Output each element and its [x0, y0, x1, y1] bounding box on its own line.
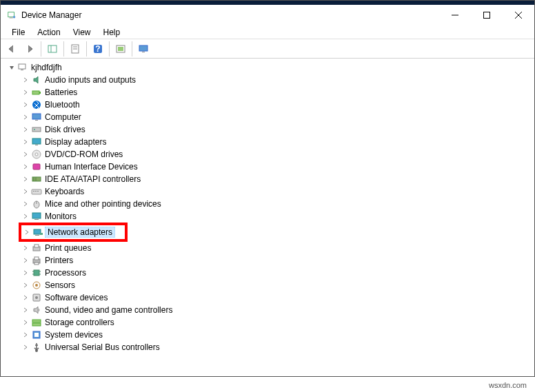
chevron-right-icon[interactable]: [21, 343, 30, 351]
toolbar: ?: [1, 39, 534, 59]
chevron-right-icon[interactable]: [21, 88, 30, 96]
chevron-right-icon[interactable]: [21, 293, 30, 302]
tree-item-printer[interactable]: Printers: [2, 254, 533, 267]
tree-item-label: Display adapters: [43, 137, 108, 147]
chevron-right-icon[interactable]: [21, 256, 30, 265]
svg-point-64: [35, 349, 38, 352]
svg-rect-35: [32, 189, 41, 194]
chevron-right-icon[interactable]: [21, 269, 30, 277]
window-title-text: Device Manager: [21, 10, 81, 20]
audio-icon: [31, 74, 42, 85]
tree-item-dvd[interactable]: DVD/CD-ROM drives: [2, 148, 533, 161]
tree-item-label: Audio inputs and outputs: [43, 75, 137, 85]
minimize-button[interactable]: [439, 5, 471, 25]
chevron-right-icon[interactable]: [21, 150, 30, 158]
tree-item-label: Network adapters: [45, 227, 115, 238]
display-icon: [31, 136, 42, 147]
chevron-right-icon[interactable]: [21, 138, 30, 146]
chevron-right-icon[interactable]: [21, 200, 30, 208]
svg-point-26: [34, 129, 35, 130]
chevron-right-icon[interactable]: [21, 113, 30, 121]
tree-item-printq[interactable]: Print queues: [2, 242, 533, 254]
hid-icon: [31, 161, 42, 172]
svg-rect-61: [32, 323, 41, 326]
menu-action[interactable]: Action: [32, 26, 65, 39]
chevron-right-icon[interactable]: [21, 125, 30, 134]
svg-rect-18: [19, 64, 26, 69]
back-button[interactable]: [3, 41, 20, 57]
svg-rect-16: [139, 45, 148, 51]
svg-rect-7: [48, 45, 57, 52]
computer-icon: [31, 112, 42, 123]
chevron-right-icon[interactable]: [21, 331, 30, 339]
chevron-right-icon[interactable]: [21, 306, 30, 314]
tree-item-label: Print queues: [43, 243, 92, 253]
tree-item-battery[interactable]: Batteries: [2, 86, 533, 99]
tree-item-hid[interactable]: Human Interface Devices: [2, 161, 533, 173]
close-button[interactable]: [503, 5, 534, 25]
svg-rect-25: [32, 127, 41, 132]
scan-button[interactable]: [112, 41, 129, 57]
device-manager-window: Device Manager File Action View Help ? k…: [0, 0, 535, 377]
tree-item-sensor[interactable]: Sensors: [2, 279, 533, 291]
dvd-icon: [31, 149, 42, 160]
tree-item-ide[interactable]: IDE ATA/ATAPI controllers: [2, 173, 533, 185]
tree-item-label: IDE ATA/ATAPI controllers: [43, 174, 142, 184]
tree-item-software[interactable]: Software devices: [2, 291, 533, 304]
menu-help[interactable]: Help: [98, 26, 126, 39]
chevron-right-icon[interactable]: [21, 163, 30, 171]
window-controls: [439, 5, 534, 25]
tree-item-audio[interactable]: Audio inputs and outputs: [2, 74, 533, 86]
tree-item-cpu[interactable]: Processors: [2, 267, 533, 279]
app-icon: [6, 10, 17, 21]
tree-item-system[interactable]: System devices: [2, 329, 533, 341]
chevron-right-icon[interactable]: [21, 76, 30, 84]
chevron-right-icon[interactable]: [21, 101, 30, 109]
forward-button[interactable]: [21, 41, 38, 57]
tree-item-display[interactable]: Display adapters: [2, 136, 533, 148]
system-icon: [31, 329, 42, 340]
tree-item-mouse[interactable]: Mice and other pointing devices: [2, 198, 533, 210]
chevron-right-icon[interactable]: [23, 228, 31, 236]
help-button[interactable]: ?: [90, 41, 106, 57]
computer-view-button[interactable]: [135, 41, 152, 57]
tree-item-sound[interactable]: Sound, video and game controllers: [2, 304, 533, 316]
tree-item-monitor[interactable]: Monitors: [2, 210, 533, 223]
tree-root[interactable]: kjhdfdjfh: [2, 61, 533, 74]
tree-root-label: kjhdfdjfh: [30, 63, 63, 72]
chevron-down-icon[interactable]: [8, 63, 16, 72]
svg-point-30: [35, 153, 38, 156]
properties-button[interactable]: [67, 41, 83, 57]
maximize-button[interactable]: [471, 5, 503, 25]
tree-item-usb[interactable]: Universal Serial Bus controllers: [2, 341, 533, 353]
svg-rect-49: [34, 257, 39, 260]
menu-file[interactable]: File: [6, 26, 30, 39]
chevron-right-icon[interactable]: [21, 281, 30, 289]
toolbar-separator: [41, 41, 41, 56]
tree-item-computer[interactable]: Computer: [2, 111, 533, 123]
tree-item-label: Software devices: [43, 293, 109, 302]
chevron-right-icon[interactable]: [21, 318, 30, 327]
chevron-right-icon[interactable]: [21, 244, 30, 252]
svg-rect-47: [34, 245, 39, 247]
tree-item-label: Human Interface Devices: [43, 162, 139, 172]
chevron-right-icon[interactable]: [21, 175, 30, 183]
svg-rect-44: [35, 235, 39, 236]
tree-item-keyboard[interactable]: Keyboards: [2, 185, 533, 198]
tree-item-label: Processors: [43, 268, 88, 278]
tree-item-label: DVD/CD-ROM drives: [43, 149, 124, 159]
tree-item-storage[interactable]: Storage controllers: [2, 316, 533, 329]
toolbar-separator: [86, 41, 87, 56]
chevron-right-icon[interactable]: [21, 187, 30, 196]
show-hide-button[interactable]: [44, 41, 61, 57]
menu-view[interactable]: View: [68, 26, 97, 39]
window-title: Device Manager: [6, 10, 439, 21]
device-tree[interactable]: kjhdfdjfh Audio inputs and outputsBatter…: [1, 59, 534, 376]
usb-icon: [31, 342, 42, 353]
tree-item-label: Sensors: [43, 280, 77, 290]
storage-icon: [31, 317, 42, 328]
tree-item-disk[interactable]: Disk drives: [2, 123, 533, 136]
tree-item-bluetooth[interactable]: Bluetooth: [2, 99, 533, 111]
chevron-right-icon[interactable]: [21, 212, 30, 220]
tree-item-network[interactable]: Network adapters: [23, 226, 123, 238]
